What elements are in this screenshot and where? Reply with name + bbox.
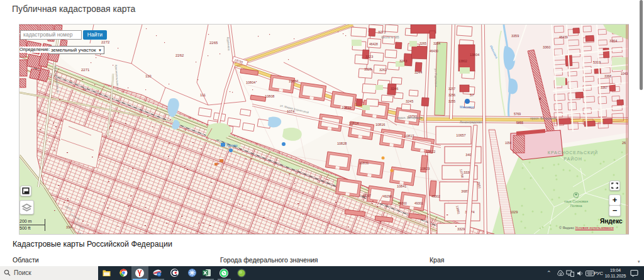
svg-text:3364: 3364 [609, 39, 617, 43]
svg-text:10822: 10822 [426, 150, 435, 154]
svg-text:10823: 10823 [420, 167, 430, 171]
svg-text:10814: 10814 [349, 121, 358, 125]
svg-text:10804: 10804 [246, 81, 255, 84]
svg-text:3262: 3262 [379, 68, 387, 72]
svg-text:10831: 10831 [359, 161, 369, 165]
svg-text:46430: 46430 [430, 49, 438, 53]
svg-text:3257: 3257 [448, 87, 455, 91]
svg-text:13804: 13804 [470, 53, 479, 57]
svg-text:Максимус: Максимус [460, 105, 474, 109]
svg-text:Поляна: Поляна [570, 204, 582, 208]
svg-text:парк Сосновая: парк Сосновая [564, 199, 588, 203]
svg-text:3244: 3244 [414, 70, 422, 74]
svg-text:111: 111 [200, 93, 206, 97]
svg-text:10812: 10812 [341, 106, 351, 109]
svg-text:3243: 3243 [399, 59, 407, 63]
svg-text:1043: 1043 [621, 72, 628, 76]
svg-text:3359: 3359 [511, 34, 519, 38]
svg-text:3265: 3265 [419, 42, 426, 45]
svg-text:3329: 3329 [457, 227, 465, 231]
svg-text:10817: 10817 [404, 134, 414, 138]
svg-text:Лигово: Лигово [226, 143, 238, 147]
svg-text:49300: 49300 [398, 201, 407, 205]
svg-text:3368: 3368 [604, 74, 611, 78]
svg-text:1029: 1029 [510, 210, 518, 214]
svg-text:КРАСНОСЕЛЬСКИЙ: КРАСНОСЕЛЬСКИЙ [548, 150, 598, 155]
svg-text:110: 110 [145, 74, 152, 78]
svg-text:10841: 10841 [397, 184, 406, 188]
svg-text:2262: 2262 [175, 53, 184, 57]
svg-text:49301: 49301 [414, 201, 423, 205]
svg-text:10828: 10828 [337, 142, 347, 145]
svg-text:5319: 5319 [593, 60, 601, 64]
svg-text:10808: 10808 [265, 94, 274, 98]
svg-text:49297: 49297 [362, 194, 371, 198]
svg-text:РАЙОН: РАЙОН [564, 156, 582, 161]
svg-text:26: 26 [622, 141, 626, 145]
svg-text:1054: 1054 [505, 142, 512, 145]
svg-text:Школа № 385: Школа № 385 [381, 36, 399, 39]
svg-text:2271: 2271 [81, 68, 90, 72]
svg-text:2272: 2272 [101, 40, 110, 44]
svg-text:3325: 3325 [364, 67, 372, 71]
svg-text:3255: 3255 [448, 99, 455, 103]
svg-text:5769: 5769 [514, 112, 521, 116]
svg-text:10816: 10816 [375, 123, 385, 126]
svg-text:10807: 10807 [289, 79, 298, 83]
svg-text:2265: 2265 [209, 41, 218, 45]
svg-text:ул. Партизана: ул. Партизана [434, 69, 438, 87]
svg-text:3246: 3246 [391, 87, 398, 91]
svg-text:46428: 46428 [369, 42, 378, 46]
svg-text:3367: 3367 [601, 86, 608, 89]
svg-text:3273: 3273 [378, 30, 386, 34]
svg-text:Ленинградская: Ленинградская [460, 120, 482, 124]
svg-text:3323: 3323 [365, 55, 373, 59]
svg-text:13802: 13802 [458, 59, 467, 63]
svg-text:49298: 49298 [383, 194, 392, 198]
svg-text:10657: 10657 [456, 133, 465, 137]
svg-text:3264: 3264 [433, 42, 440, 45]
svg-text:334: 334 [66, 225, 72, 229]
svg-text:3256: 3256 [448, 93, 455, 97]
svg-text:просп. Ветеранов: просп. Ветеранов [530, 116, 556, 120]
svg-text:57: 57 [470, 93, 474, 97]
svg-text:49302: 49302 [431, 194, 440, 198]
svg-text:просп. Ветеранов: просп. Ветеранов [397, 116, 423, 120]
svg-text:3360: 3360 [543, 45, 550, 49]
svg-text:46439: 46439 [559, 35, 568, 39]
svg-text:3245: 3245 [406, 99, 413, 103]
svg-text:5855: 5855 [516, 121, 523, 125]
